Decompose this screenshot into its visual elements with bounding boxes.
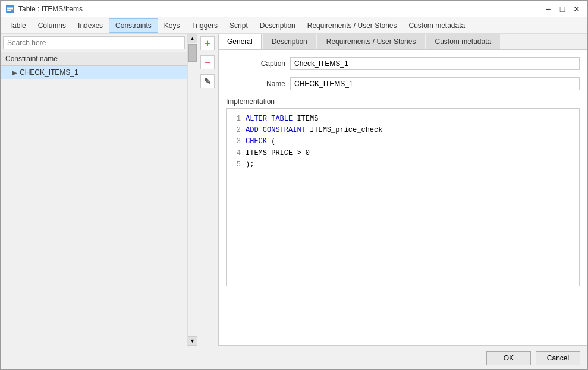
close-button[interactable]: ✕ (571, 3, 583, 15)
tab-general[interactable]: General (218, 34, 262, 49)
code-content-1: ALTER TABLE ITEMS (246, 113, 318, 125)
name-input[interactable] (290, 77, 580, 90)
search-input[interactable] (3, 36, 185, 49)
menu-columns[interactable]: Columns (32, 19, 72, 32)
window-icon (5, 4, 15, 14)
code-content-5: ); (246, 159, 254, 170)
bottom-bar: OK Cancel (1, 346, 587, 369)
code-line-4: 4 ITEMS_PRICE > 0 (231, 148, 574, 159)
edit-constraint-button[interactable]: ✎ (200, 74, 215, 88)
tab-requirements[interactable]: Requirements / User Stories (317, 34, 425, 49)
code-editor[interactable]: 1 ALTER TABLE ITEMS 2 ADD CONSTRAINT ITE… (226, 108, 580, 286)
svg-rect-3 (7, 10, 11, 11)
scroll-up-button[interactable]: ▲ (188, 34, 197, 43)
remove-constraint-button[interactable]: − (200, 55, 215, 69)
window-title: Table : ITEMS/Items (18, 5, 542, 13)
code-content-2: ADD CONSTRAINT ITEMS_price_check (246, 125, 382, 136)
implementation-section: Implementation 1 ALTER TABLE ITEMS 2 ADD… (226, 97, 580, 286)
window-controls: − □ ✕ (542, 3, 583, 15)
scroll-track (188, 43, 197, 336)
code-line-5: 5 ); (231, 159, 574, 170)
scroll-thumb[interactable] (188, 44, 197, 62)
cancel-button[interactable]: Cancel (536, 351, 580, 365)
menu-description[interactable]: Description (254, 19, 301, 32)
menu-requirements[interactable]: Requirements / User Stories (301, 19, 403, 32)
minimize-button[interactable]: − (542, 3, 554, 15)
name-row: Name (226, 77, 580, 90)
details-panel: General Description Requirements / User … (218, 34, 587, 346)
caption-row: Caption (226, 57, 580, 70)
main-window: Table : ITEMS/Items − □ ✕ Table Columns … (0, 0, 588, 370)
main-content: Constraint name ▶ CHECK_ITEMS_1 ▲ ▼ (1, 34, 587, 346)
menu-triggers[interactable]: Triggers (185, 19, 224, 32)
tab-description[interactable]: Description (263, 34, 316, 49)
search-box (1, 34, 187, 52)
code-line-2: 2 ADD CONSTRAINT ITEMS_price_check (231, 125, 574, 136)
line-num-3: 3 (231, 136, 241, 147)
scroll-down-button[interactable]: ▼ (188, 336, 197, 346)
menu-constraints[interactable]: Constraints (109, 18, 158, 33)
left-panel: Constraint name ▶ CHECK_ITEMS_1 (1, 34, 187, 346)
line-num-1: 1 (231, 113, 241, 125)
tab-custom-metadata[interactable]: Custom metadata (426, 34, 500, 49)
add-constraint-button[interactable]: + (200, 36, 215, 50)
tab-bar: General Description Requirements / User … (218, 34, 587, 49)
maximize-button[interactable]: □ (556, 3, 568, 15)
code-line-1: 1 ALTER TABLE ITEMS (231, 113, 574, 125)
caption-input[interactable] (290, 57, 580, 70)
code-content-4: ITEMS_PRICE > 0 (246, 148, 310, 159)
right-area: + − ✎ General Description Requirements /… (197, 34, 587, 346)
line-num-2: 2 (231, 125, 241, 136)
title-bar: Table : ITEMS/Items − □ ✕ (1, 1, 587, 17)
left-container: Constraint name ▶ CHECK_ITEMS_1 ▲ ▼ (1, 34, 197, 346)
action-buttons: + − ✎ (197, 34, 218, 346)
list-scrollbar: ▲ ▼ (187, 34, 197, 346)
code-content-3: CHECK ( (246, 136, 275, 147)
constraint-item[interactable]: ▶ CHECK_ITEMS_1 (1, 66, 187, 79)
constraint-list-header: Constraint name (1, 52, 187, 66)
menu-table[interactable]: Table (3, 19, 32, 32)
code-line-3: 3 CHECK ( (231, 136, 574, 147)
line-num-4: 4 (231, 148, 241, 159)
tab-content-general: Caption Name Implementation 1 (218, 49, 587, 346)
menu-indexes[interactable]: Indexes (72, 19, 109, 32)
expand-icon: ▶ (12, 69, 17, 76)
implementation-label: Implementation (226, 97, 580, 106)
name-label: Name (226, 80, 285, 88)
line-num-5: 5 (231, 159, 241, 170)
menu-bar: Table Columns Indexes Constraints Keys T… (1, 17, 587, 34)
svg-rect-1 (7, 7, 13, 8)
caption-label: Caption (226, 59, 285, 68)
constraint-list: ▶ CHECK_ITEMS_1 (1, 66, 187, 346)
menu-script[interactable]: Script (224, 19, 254, 32)
menu-keys[interactable]: Keys (158, 19, 186, 32)
ok-button[interactable]: OK (486, 351, 531, 365)
menu-custom-metadata[interactable]: Custom metadata (403, 19, 471, 32)
svg-rect-2 (7, 8, 13, 10)
